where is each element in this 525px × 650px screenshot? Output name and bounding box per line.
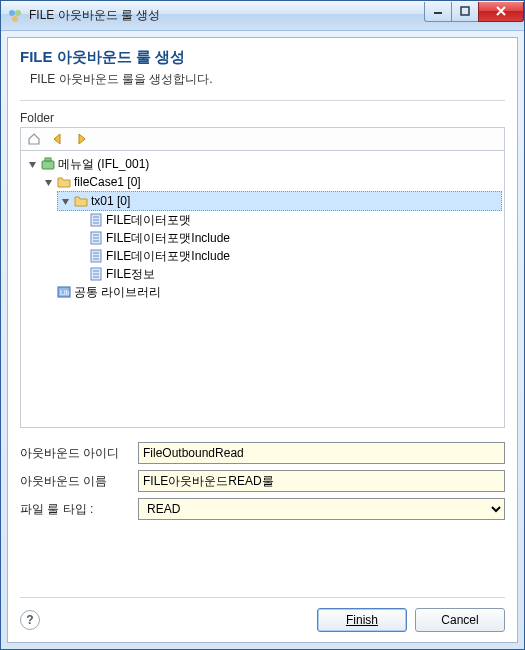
file-rule-type-select[interactable]: READ [138, 498, 505, 520]
cancel-button[interactable]: Cancel [415, 608, 505, 632]
outbound-id-input[interactable] [138, 442, 505, 464]
tree-node-label: fileCase1 [0] [74, 173, 141, 191]
folder-icon [56, 174, 72, 190]
library-icon: Lib [56, 284, 72, 300]
svg-point-2 [12, 16, 18, 22]
tree-node-label: 공통 라이브러리 [74, 283, 161, 301]
tree-node-tx01[interactable]: tx01 [0] [57, 191, 502, 211]
file-icon [88, 248, 104, 264]
dialog-footer: ? Finish Cancel [20, 597, 505, 632]
dialog-window: FILE 아웃바운드 룰 생성 FILE 아웃바운드 룰 생성 FILE 아웃바… [0, 0, 525, 650]
dialog-client-area: FILE 아웃바운드 룰 생성 FILE 아웃바운드 룰을 생성합니다. Fol… [7, 37, 518, 643]
close-button[interactable] [478, 2, 524, 22]
home-button[interactable] [25, 130, 43, 148]
svg-rect-3 [434, 12, 442, 14]
form: 아웃바운드 아이디 아웃바운드 이름 파일 룰 타입 : READ [20, 442, 505, 526]
help-icon: ? [26, 613, 33, 627]
window-controls [425, 2, 524, 22]
outbound-name-label: 아웃바운드 이름 [20, 473, 130, 490]
tree-node-library[interactable]: Lib 공통 라이브러리 [41, 283, 502, 301]
tree-toolbar [20, 127, 505, 150]
tree-node-leaf[interactable]: FILE데이터포맷Include [73, 229, 502, 247]
svg-point-0 [9, 10, 15, 16]
page-title: FILE 아웃바운드 룰 생성 [20, 48, 505, 67]
file-icon [88, 266, 104, 282]
file-icon [88, 230, 104, 246]
outbound-id-label: 아웃바운드 아이디 [20, 445, 130, 462]
tree-node-root[interactable]: 메뉴얼 (IFL_001) [25, 155, 502, 173]
help-button[interactable]: ? [20, 610, 40, 630]
forward-button[interactable] [73, 130, 91, 148]
page-subtitle: FILE 아웃바운드 룰을 생성합니다. [20, 71, 505, 88]
tree-node-label: FILE데이터포맷Include [106, 247, 230, 265]
svg-rect-6 [45, 158, 51, 161]
tree-node-leaf[interactable]: FILE정보 [73, 265, 502, 283]
tree-node-leaf[interactable]: FILE데이터포맷Include [73, 247, 502, 265]
tree-node-leaf[interactable]: FILE데이터포맷 [73, 211, 502, 229]
outbound-name-input[interactable] [138, 470, 505, 492]
tree-node-label: FILE데이터포맷Include [106, 229, 230, 247]
collapse-icon[interactable] [60, 196, 71, 207]
finish-button[interactable]: Finish [317, 608, 407, 632]
separator [20, 100, 505, 101]
tree-node-label: tx01 [0] [91, 192, 130, 210]
collapse-icon[interactable] [43, 177, 54, 188]
svg-rect-5 [42, 161, 54, 169]
svg-rect-4 [461, 7, 469, 15]
minimize-button[interactable] [424, 2, 452, 22]
tree-node-filecase[interactable]: fileCase1 [0] [41, 173, 502, 191]
titlebar[interactable]: FILE 아웃바운드 룰 생성 [1, 1, 524, 31]
tree-node-label: FILE정보 [106, 265, 155, 283]
svg-point-1 [15, 10, 21, 16]
back-button[interactable] [49, 130, 67, 148]
svg-text:Lib: Lib [60, 289, 69, 296]
file-rule-type-label: 파일 룰 타입 : [20, 501, 130, 518]
project-icon [40, 156, 56, 172]
file-icon [88, 212, 104, 228]
window-title: FILE 아웃바운드 룰 생성 [29, 7, 425, 24]
folder-section-label: Folder [20, 111, 505, 125]
tree-node-label: 메뉴얼 (IFL_001) [58, 155, 149, 173]
collapse-icon[interactable] [27, 159, 38, 170]
app-icon [7, 8, 23, 24]
folder-icon [73, 193, 89, 209]
tree-node-label: FILE데이터포맷 [106, 211, 191, 229]
maximize-button[interactable] [451, 2, 479, 22]
folder-tree[interactable]: 메뉴얼 (IFL_001) fileCase1 [0] [20, 150, 505, 428]
